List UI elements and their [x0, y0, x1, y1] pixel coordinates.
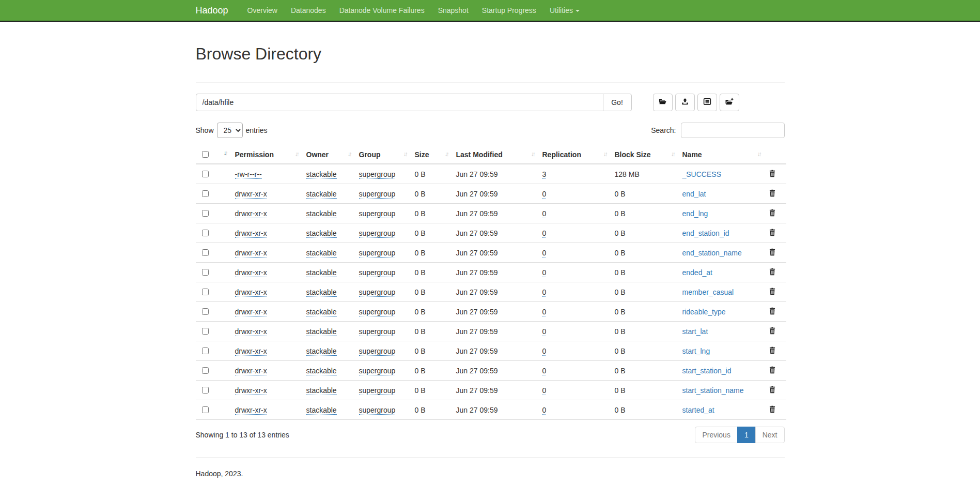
- file-link[interactable]: rideable_type: [682, 308, 726, 316]
- nav-item-datanode-volume-failures[interactable]: Datanode Volume Failures: [333, 0, 431, 21]
- owner-cell[interactable]: stackable: [306, 327, 337, 336]
- owner-cell[interactable]: stackable: [306, 386, 337, 395]
- trash-icon[interactable]: [769, 327, 776, 336]
- column-header-permission[interactable]: Permission↓↑: [231, 145, 302, 164]
- nav-item-datanodes[interactable]: Datanodes: [284, 0, 333, 21]
- file-link[interactable]: end_lat: [682, 190, 706, 198]
- row-checkbox[interactable]: [202, 367, 209, 374]
- row-checkbox[interactable]: [202, 387, 209, 394]
- permission-cell[interactable]: drwxr-xr-x: [235, 209, 267, 218]
- owner-cell[interactable]: stackable: [306, 367, 337, 375]
- trash-icon[interactable]: [769, 366, 776, 375]
- row-checkbox[interactable]: [202, 190, 209, 197]
- row-checkbox[interactable]: [202, 289, 209, 295]
- column-header-replication[interactable]: Replication↓↑: [538, 145, 611, 164]
- group-cell[interactable]: supergroup: [359, 347, 396, 356]
- permission-cell[interactable]: drwxr-xr-x: [235, 327, 267, 336]
- column-header-block-size[interactable]: Block Size↓↑: [611, 145, 678, 164]
- permission-cell[interactable]: drwxr-xr-x: [235, 288, 267, 297]
- group-cell[interactable]: supergroup: [359, 190, 396, 199]
- owner-cell[interactable]: stackable: [306, 249, 337, 258]
- row-checkbox[interactable]: [202, 347, 209, 354]
- owner-cell[interactable]: stackable: [306, 406, 337, 415]
- replication-cell[interactable]: 0: [542, 190, 547, 199]
- owner-cell[interactable]: stackable: [306, 347, 337, 356]
- nav-item-startup-progress[interactable]: Startup Progress: [475, 0, 543, 21]
- trash-icon[interactable]: [769, 268, 776, 277]
- group-cell[interactable]: supergroup: [359, 229, 396, 238]
- group-cell[interactable]: supergroup: [359, 249, 396, 258]
- file-link[interactable]: started_at: [682, 406, 714, 414]
- file-link[interactable]: end_lng: [682, 209, 708, 218]
- row-checkbox[interactable]: [202, 328, 209, 335]
- sort-icon[interactable]: ↓↑: [224, 149, 227, 157]
- nav-item-overview[interactable]: Overview: [241, 0, 284, 21]
- trash-icon[interactable]: [769, 189, 776, 199]
- trash-icon[interactable]: [769, 307, 776, 316]
- file-link[interactable]: member_casual: [682, 288, 734, 296]
- nav-item-utilities[interactable]: Utilities: [543, 0, 586, 21]
- permission-cell[interactable]: drwxr-xr-x: [235, 367, 267, 375]
- page-length-select[interactable]: 25: [217, 123, 243, 138]
- file-link[interactable]: end_station_id: [682, 229, 729, 237]
- trash-icon[interactable]: [769, 288, 776, 297]
- group-cell[interactable]: supergroup: [359, 327, 396, 336]
- group-cell[interactable]: supergroup: [359, 209, 396, 218]
- file-link[interactable]: ended_at: [682, 268, 712, 277]
- file-link[interactable]: start_lat: [682, 327, 708, 336]
- pagination-previous[interactable]: Previous: [695, 427, 737, 443]
- owner-cell[interactable]: stackable: [306, 209, 337, 218]
- column-header-name[interactable]: Name↓↑: [678, 145, 765, 164]
- replication-cell[interactable]: 0: [542, 367, 547, 375]
- permission-cell[interactable]: drwxr-xr-x: [235, 249, 267, 258]
- trash-icon[interactable]: [769, 405, 776, 415]
- owner-cell[interactable]: stackable: [306, 190, 337, 199]
- permission-cell[interactable]: drwxr-xr-x: [235, 347, 267, 356]
- go-button[interactable]: Go!: [603, 94, 632, 111]
- file-link[interactable]: start_lng: [682, 347, 710, 355]
- trash-icon[interactable]: [769, 386, 776, 395]
- file-link[interactable]: start_station_id: [682, 367, 732, 375]
- trash-icon[interactable]: [769, 170, 776, 179]
- group-cell[interactable]: supergroup: [359, 308, 396, 316]
- replication-cell[interactable]: 0: [542, 327, 547, 336]
- permission-cell[interactable]: drwxr-xr-x: [235, 406, 267, 415]
- trash-icon[interactable]: [769, 229, 776, 238]
- trash-icon[interactable]: [769, 248, 776, 258]
- owner-cell[interactable]: stackable: [306, 170, 337, 179]
- row-checkbox[interactable]: [202, 406, 209, 413]
- row-checkbox[interactable]: [202, 210, 209, 217]
- owner-cell[interactable]: stackable: [306, 288, 337, 297]
- replication-cell[interactable]: 0: [542, 308, 547, 316]
- column-header-last-modified[interactable]: Last Modified↓↑: [452, 145, 538, 164]
- group-cell[interactable]: supergroup: [359, 367, 396, 375]
- replication-cell[interactable]: 0: [542, 347, 547, 356]
- column-header-group[interactable]: Group↓↑: [355, 145, 411, 164]
- permission-cell[interactable]: drwxr-xr-x: [235, 268, 267, 277]
- trash-icon[interactable]: [769, 209, 776, 218]
- pagination-page-1[interactable]: 1: [738, 427, 756, 443]
- permission-cell[interactable]: drwxr-xr-x: [235, 190, 267, 199]
- select-all-checkbox[interactable]: [202, 151, 209, 158]
- group-cell[interactable]: supergroup: [359, 386, 396, 395]
- new-folder-button[interactable]: [720, 94, 739, 111]
- replication-cell[interactable]: 0: [542, 406, 547, 415]
- search-input[interactable]: [681, 123, 785, 138]
- file-link[interactable]: end_station_name: [682, 249, 742, 257]
- owner-cell[interactable]: stackable: [306, 229, 337, 238]
- folder-open-button[interactable]: [653, 94, 673, 111]
- row-checkbox[interactable]: [202, 249, 209, 256]
- group-cell[interactable]: supergroup: [359, 268, 396, 277]
- permission-cell[interactable]: drwxr-xr-x: [235, 386, 267, 395]
- group-cell[interactable]: supergroup: [359, 406, 396, 415]
- replication-cell[interactable]: 0: [542, 268, 547, 277]
- upload-button[interactable]: [675, 94, 695, 111]
- column-header-owner[interactable]: Owner↓↑: [302, 145, 355, 164]
- trash-icon[interactable]: [769, 346, 776, 356]
- row-checkbox[interactable]: [202, 171, 209, 177]
- owner-cell[interactable]: stackable: [306, 268, 337, 277]
- pagination-next[interactable]: Next: [756, 427, 785, 443]
- permission-cell[interactable]: drwxr-xr-x: [235, 308, 267, 316]
- list-alt-button[interactable]: [697, 94, 717, 111]
- directory-path-input[interactable]: [196, 94, 603, 111]
